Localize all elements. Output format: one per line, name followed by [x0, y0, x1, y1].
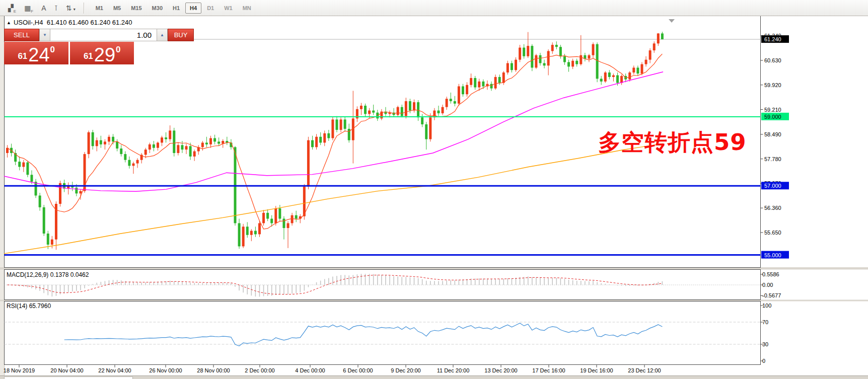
timeframe-button-m5[interactable]: M5 [109, 3, 125, 14]
sell-price-pips: 24 [28, 47, 49, 63]
volume-input[interactable] [50, 29, 157, 41]
time-tick-label: 28 Nov 00:00 [197, 367, 230, 373]
chart-text-annotation[interactable]: 多空转折点59 [598, 127, 747, 158]
chart-hatch-e-icon[interactable]: ▞E [8, 5, 16, 12]
rsi-tick-label: 70 [762, 319, 768, 325]
macd-indicator-label: MACD(12,26,9) 0.1378 0.0462 [7, 271, 89, 278]
price-axis: 61.34060.63059.92059.21058.49057.78057.0… [761, 33, 789, 258]
time-tick-label: 18 Nov 2019 [4, 367, 35, 373]
sell-price-point: 0 [50, 45, 55, 55]
time-tick-label: 17 Dec 16:00 [532, 367, 565, 373]
time-tick-label: 9 Dec 20:00 [391, 367, 420, 373]
arrows-icon[interactable]: ⇅▾ [66, 5, 76, 12]
quote-ohlc: 61.410 61.460 61.240 61.240 [47, 19, 132, 26]
timeframe-button-d1[interactable]: D1 [202, 3, 219, 14]
price-tick-label: 56.360 [764, 205, 781, 211]
quote-symbol: USOil-,H4 [14, 19, 43, 26]
text-a-icon[interactable]: A [41, 5, 46, 12]
rsi-tick-label: 100 [762, 302, 771, 309]
price-tick-label: 59.920 [764, 82, 781, 88]
buy-button[interactable]: BUY [168, 29, 194, 41]
grid-f-icon[interactable]: ▦F [24, 5, 33, 12]
price-tick-label: 59.210 [764, 107, 781, 113]
toolbar-separator [84, 3, 85, 14]
time-tick-label: 13 Dec 20:00 [484, 367, 517, 373]
buy-price-point: 0 [116, 45, 120, 55]
macd-tick-label: 0.00 [762, 282, 773, 288]
macd-tick-label: 0.5586 [762, 271, 779, 277]
timeframe-button-h4[interactable]: H4 [185, 3, 201, 14]
rsi-tick-label: 0 [762, 358, 765, 364]
price-tick-label: 55.650 [764, 230, 781, 236]
price-tick-label: 57.780 [764, 156, 781, 162]
macd-tick-label: -0.5677 [762, 292, 781, 298]
sell-price-panel[interactable]: 61 24 0 [4, 42, 68, 64]
timeframe-button-m30[interactable]: M30 [148, 3, 167, 14]
timeframe-button-w1[interactable]: W1 [220, 3, 237, 14]
pane-frames [5, 16, 761, 365]
timeframe-button-m1[interactable]: M1 [91, 3, 108, 14]
time-tick-label: 6 Dec 00:00 [343, 367, 373, 373]
buy-price-pips: 29 [94, 47, 115, 63]
one-click-trade-widget: SELL ▼ ▲ BUY 61 24 0 61 29 0 [4, 29, 134, 64]
rsi-tick-label: 30 [762, 341, 768, 347]
volume-decrease-button[interactable]: ▼ [39, 29, 50, 41]
hline-price-badge: 57.000 [764, 183, 781, 189]
bottom-panel-box [4, 376, 133, 379]
sell-price-whole: 61 [18, 51, 27, 61]
buy-price-whole: 61 [84, 51, 93, 61]
time-tick-label: 20 Nov 04:00 [50, 367, 83, 373]
timeframe-button-mn[interactable]: MN [238, 3, 256, 14]
time-tick-label: 19 Dec 16:00 [580, 367, 613, 373]
price-tick-label: 58.490 [764, 131, 781, 137]
buy-price-panel[interactable]: 61 29 0 [70, 42, 134, 64]
caret-down-icon: ▼ [43, 33, 47, 37]
caret-up-icon: ▲ [160, 33, 164, 37]
time-tick-label: 22 Nov 04:00 [98, 367, 131, 373]
tick-up-icon: ▲ [7, 20, 11, 25]
time-tick-label: 23 Dec 12:00 [628, 367, 661, 373]
sell-button[interactable]: SELL [4, 29, 39, 41]
time-tick-label: 11 Dec 20:00 [437, 367, 470, 373]
price-tick-label: 60.630 [764, 57, 781, 63]
timeframe-button-h1[interactable]: H1 [168, 3, 184, 14]
rsi-indicator-label: RSI(14) 65.7960 [7, 302, 51, 310]
toolbar: ▞E▦FA⊺⇅▾ M1M5M15M30H1H4D1W1MN [0, 0, 868, 16]
timeframe-button-m15[interactable]: M15 [126, 3, 146, 14]
rsi-axis: 10070300 [761, 302, 772, 364]
time-tick-label: 2 Dec 00:00 [245, 367, 274, 373]
macd-axis: 0.55860.00-0.5677 [761, 271, 781, 298]
time-tick-label: 4 Dec 00:00 [295, 367, 325, 373]
hline-price-badge: 55.000 [764, 252, 781, 258]
time-axis: 18 Nov 201920 Nov 04:0022 Nov 04:0026 No… [4, 365, 661, 373]
volume-increase-button[interactable]: ▲ [157, 29, 168, 41]
hline-price-badge: 59.000 [764, 114, 781, 120]
textbox-t-icon[interactable]: ⊺ [54, 5, 58, 12]
time-tick-label: 26 Nov 00:00 [149, 367, 182, 373]
svg-text:61.240: 61.240 [764, 36, 781, 42]
quote-bar: ▲USOil-,H4 61.410 61.460 61.240 61.240 [7, 19, 132, 26]
